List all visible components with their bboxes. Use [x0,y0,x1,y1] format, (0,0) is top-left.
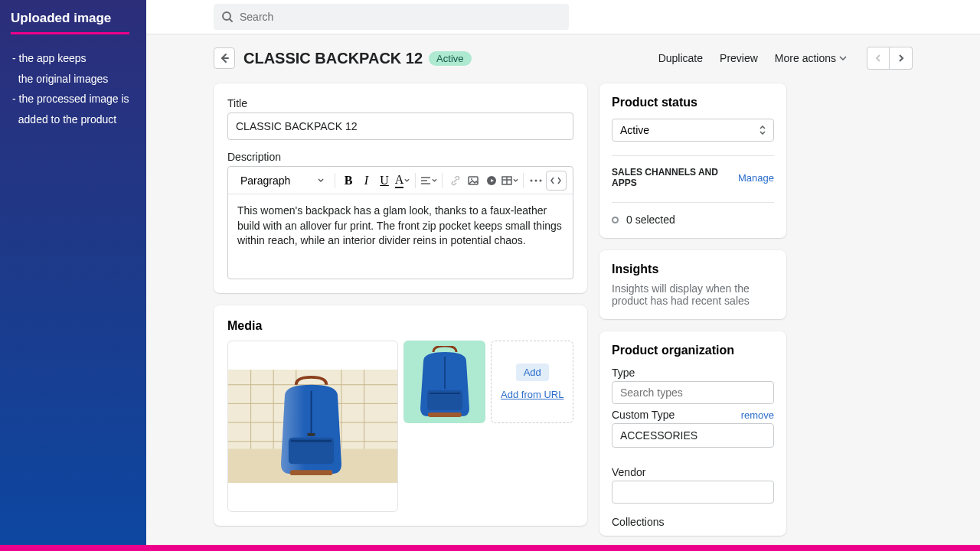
product-organization-card: Product organization Type Custom Type re… [599,331,786,536]
svg-rect-32 [428,412,462,417]
caret-down-icon [404,178,410,182]
type-input[interactable] [612,381,774,404]
svg-point-14 [540,179,542,181]
bottom-accent-bar [0,545,980,551]
media-item-large[interactable] [227,341,398,512]
product-image-small [414,346,475,419]
insights-title: Insights [612,262,774,276]
next-button[interactable] [890,47,913,70]
caret-down-icon [432,178,437,182]
caret-down-icon [513,178,518,182]
search-input[interactable]: Search [214,4,569,30]
topbar: Search [146,0,980,34]
status-select[interactable]: Active [612,119,774,142]
chevron-right-icon [897,54,905,63]
product-status-card: Product status Active SALES CHANNELS AND… [599,83,786,238]
select-arrows-icon [760,126,766,135]
play-circle-icon [486,175,497,186]
sidebar-notes: - the app keeps the original images - th… [11,48,136,129]
duplicate-button[interactable]: Duplicate [658,52,703,64]
sidebar-note-line: - the app keeps [12,48,136,69]
bold-button[interactable]: B [340,171,357,190]
search-icon [221,11,234,23]
search-placeholder: Search [240,11,273,23]
sidebar-note-line: the original images [12,69,136,90]
title-input[interactable] [227,112,573,140]
caret-down-icon [839,56,847,60]
title-card: Title Description Paragraph B I U [214,83,587,293]
link-button[interactable] [447,171,464,190]
code-view-button[interactable] [546,171,567,191]
product-image-large [228,369,397,484]
add-media-button[interactable]: Add [516,364,549,381]
status-dot-icon [612,217,619,223]
sales-channels-label: SALES CHANNELS AND APPS [612,167,738,188]
vendor-label: Vendor [612,466,774,478]
image-button[interactable] [466,171,482,190]
prev-button[interactable] [867,47,890,70]
status-value: Active [620,124,649,136]
manage-link[interactable]: Manage [738,172,774,184]
table-button[interactable] [501,171,518,190]
description-label: Description [227,151,573,163]
svg-rect-30 [291,440,332,442]
sidebar-title: Uploaded image [11,11,136,26]
media-add-area[interactable]: Add Add from URL [491,341,573,423]
align-button[interactable] [420,171,437,190]
svg-line-1 [230,19,232,21]
add-from-url-link[interactable]: Add from URL [501,389,564,400]
ellipsis-icon [530,179,542,182]
sidebar-underline [11,32,129,34]
arrow-left-icon [219,53,230,64]
type-label: Type [612,367,774,379]
link-icon [450,175,461,186]
product-status-title: Product status [612,96,774,109]
svg-rect-29 [308,433,315,436]
sales-channels-section: SALES CHANNELS AND APPS Manage 0 selecte… [612,155,774,226]
media-grid: Add Add from URL [214,341,587,526]
description-textarea[interactable]: This women's backpack has a glam look, t… [228,194,573,279]
preview-button[interactable]: Preview [720,52,758,64]
left-column: Title Description Paragraph B I U [214,83,587,548]
selected-count: 0 selected [626,214,675,226]
more-actions-button[interactable]: More actions [775,52,847,64]
caret-down-icon [318,178,324,182]
italic-button[interactable]: I [358,171,375,190]
insights-card: Insights Insights will display when the … [599,250,786,319]
underline-button[interactable]: U [376,171,393,190]
paragraph-select[interactable]: Paragraph [234,171,330,190]
insights-body: Insights will display when the product h… [612,282,774,307]
right-column: Product status Active SALES CHANNELS AND… [599,83,786,548]
media-title: Media [214,305,587,341]
description-editor: Paragraph B I U A [227,166,573,279]
vendor-input[interactable] [612,481,774,504]
main-area: Search CLASSIC BACKPACK 12 Active Duplic… [146,0,980,545]
remove-custom-type-link[interactable]: remove [741,409,774,421]
more-formatting-button[interactable] [528,171,544,190]
status-badge: Active [429,51,471,66]
media-item-small[interactable] [403,341,486,423]
content: Title Description Paragraph B I U [146,83,980,548]
sidebar-note-line: added to the product [12,109,136,130]
page-title: CLASSIC BACKPACK 12 [243,50,423,67]
sidebar: Uploaded image - the app keeps the origi… [0,0,146,545]
sidebar-note-line: - the processed image is [12,89,136,109]
video-button[interactable] [483,171,500,190]
back-button[interactable] [214,47,235,69]
editor-toolbar: Paragraph B I U A [228,167,573,194]
svg-rect-34 [430,393,460,394]
svg-point-7 [471,178,472,180]
svg-point-13 [535,179,537,181]
collections-label: Collections [612,516,774,528]
svg-point-12 [531,179,533,181]
media-card: Media [214,305,587,526]
title-label: Title [227,97,573,109]
custom-type-label: Custom Type [612,409,675,421]
text-color-button[interactable]: A [394,171,411,190]
pagination-arrows [867,47,913,70]
page-header: CLASSIC BACKPACK 12 Active Duplicate Pre… [146,34,980,83]
image-icon [468,175,479,186]
chevron-left-icon [874,54,882,63]
more-actions-label: More actions [775,52,836,64]
custom-type-input[interactable] [612,423,774,448]
